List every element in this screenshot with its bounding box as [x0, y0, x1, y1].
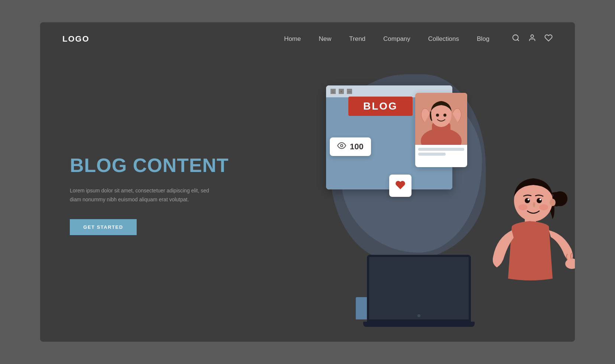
svg-point-18	[540, 199, 541, 201]
nav-item-new[interactable]: New	[319, 35, 331, 43]
nav-link-trend[interactable]: Trend	[349, 35, 365, 42]
svg-point-20	[539, 204, 548, 210]
nav-link-blog[interactable]: Blog	[477, 35, 489, 42]
nav-link-collections[interactable]: Collections	[428, 35, 459, 42]
svg-point-19	[518, 204, 527, 210]
nav-item-trend[interactable]: Trend	[349, 35, 365, 43]
like-heart-icon	[395, 180, 406, 192]
left-side: BLOG CONTENT Lorem ipsum dolor sit amet,…	[40, 56, 308, 342]
svg-point-8	[443, 114, 446, 117]
profile-card	[415, 93, 467, 167]
svg-point-2	[531, 35, 533, 38]
svg-point-15	[525, 198, 530, 203]
nav-item-company[interactable]: Company	[383, 35, 410, 43]
profile-line-1	[418, 148, 464, 151]
nav-item-home[interactable]: Home	[284, 35, 301, 43]
svg-point-11	[565, 259, 575, 269]
browser-btn-close: ×	[339, 89, 344, 94]
hero-description: Lorem ipsum dolor sit amet, consectetuer…	[70, 186, 218, 204]
search-icon[interactable]	[512, 34, 520, 44]
nav-links: Home New Trend Company Collections Blog	[284, 35, 489, 43]
nav-link-new[interactable]: New	[319, 35, 331, 42]
laptop-screen	[367, 255, 471, 322]
main-content: BLOG CONTENT Lorem ipsum dolor sit amet,…	[40, 56, 575, 342]
hero-title: BLOG CONTENT	[70, 155, 285, 176]
right-side: □ × — BLOG	[308, 56, 575, 342]
svg-line-1	[517, 39, 519, 41]
eye-icon	[337, 141, 346, 152]
svg-point-7	[436, 114, 439, 117]
user-icon[interactable]	[528, 34, 536, 44]
person-illustration	[478, 163, 575, 342]
nav-link-company[interactable]: Company	[383, 35, 410, 42]
svg-point-14	[550, 199, 556, 206]
profile-card-info	[415, 145, 467, 159]
profile-card-image	[415, 93, 467, 145]
nav-item-blog[interactable]: Blog	[477, 35, 489, 43]
logo: LOGO	[62, 34, 90, 44]
nav-icons	[512, 34, 553, 44]
laptop	[367, 255, 475, 327]
profile-line-2	[418, 153, 446, 156]
svg-point-16	[537, 198, 542, 203]
page-container: LOGO Home New Trend Company Collections …	[40, 22, 575, 342]
views-count: 100	[350, 142, 364, 152]
svg-point-17	[528, 199, 530, 201]
laptop-camera	[417, 314, 420, 317]
blog-label: BLOG	[348, 97, 413, 116]
browser-btn-square: □	[331, 89, 336, 94]
views-badge: 100	[330, 137, 371, 156]
cta-button[interactable]: GET STARTED	[70, 219, 137, 235]
nav-link-home[interactable]: Home	[284, 35, 301, 42]
browser-btn-minimize: —	[347, 89, 352, 94]
wishlist-heart-icon[interactable]	[544, 34, 553, 44]
navbar: LOGO Home New Trend Company Collections …	[40, 22, 575, 56]
nav-item-collections[interactable]: Collections	[428, 35, 459, 43]
svg-point-9	[341, 144, 343, 147]
svg-point-0	[513, 35, 518, 40]
laptop-base	[363, 322, 475, 327]
like-badge	[389, 175, 411, 197]
